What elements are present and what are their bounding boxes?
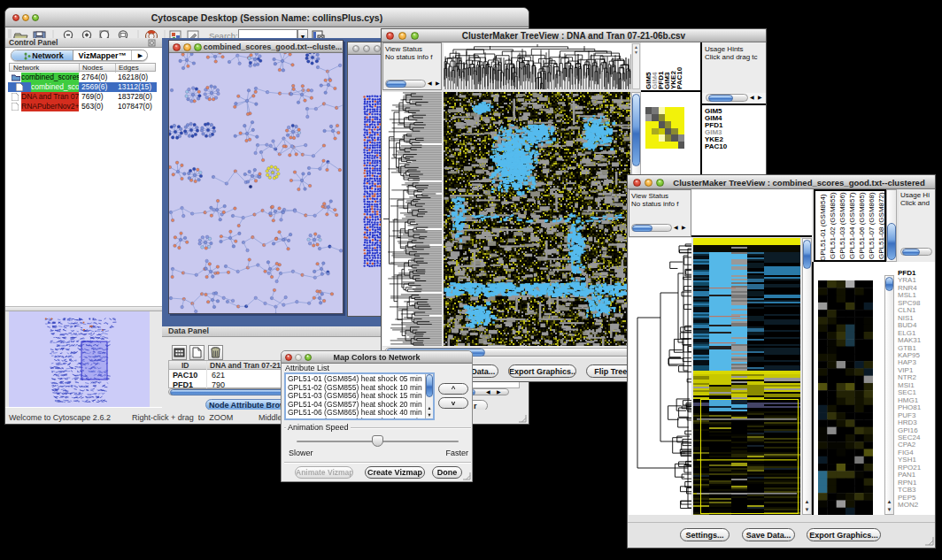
svg-text:GPL51-02 (GSM855): GPL51-02 (GSM855) bbox=[829, 192, 837, 259]
svg-text:GPL51-04 (GSM857): GPL51-04 (GSM857) bbox=[848, 192, 856, 259]
svg-text:GPL51-07 (GSM868): GPL51-07 (GSM868) bbox=[868, 192, 876, 259]
svg-text:GPL51-06 (GSM865): GPL51-06 (GSM865) bbox=[858, 192, 866, 259]
svg-text:GPL51-03 (GSM856): GPL51-03 (GSM856) bbox=[838, 192, 846, 259]
svg-text:GPL51-01 (GSM854): GPL51-01 (GSM854) bbox=[819, 194, 827, 260]
svg-text:PAC10: PAC10 bbox=[676, 66, 683, 89]
svg-text:GPL51-08 (GSM872): GPL51-08 (GSM872) bbox=[877, 192, 884, 259]
